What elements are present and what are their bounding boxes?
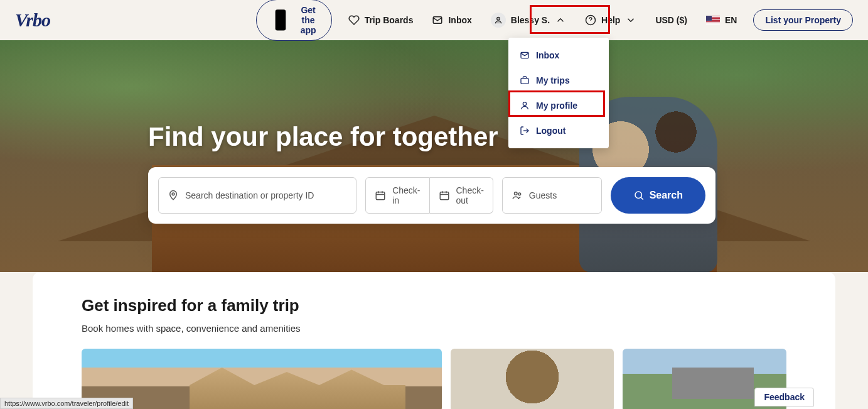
recommendation-card[interactable] xyxy=(82,349,442,409)
svg-rect-11 xyxy=(376,192,385,200)
help-menu[interactable]: Help xyxy=(582,9,639,31)
main-content: Get inspired for a family trip Book home… xyxy=(33,272,835,409)
user-icon xyxy=(520,101,530,111)
account-name: Blessy S. xyxy=(511,15,550,25)
checkout-label: Check-out xyxy=(456,185,484,205)
svg-point-20 xyxy=(518,193,521,195)
svg-line-22 xyxy=(641,197,643,199)
currency-label: USD ($) xyxy=(655,15,687,25)
search-button[interactable]: Search xyxy=(611,177,705,214)
svg-point-21 xyxy=(635,192,642,199)
heart-icon xyxy=(348,14,360,26)
status-bar-url: https://www.vrbo.com/traveler/profile/ed… xyxy=(0,398,133,409)
calendar-icon xyxy=(439,190,450,201)
checkin-label: Check-in xyxy=(392,185,420,205)
search-icon xyxy=(633,190,645,201)
account-dropdown: Inbox My trips My profile Logout xyxy=(508,38,609,148)
dropdown-inbox[interactable]: Inbox xyxy=(508,43,609,68)
search-button-label: Search xyxy=(650,190,683,201)
get-the-app-label: Get the app xyxy=(297,5,320,35)
help-label: Help xyxy=(601,15,620,25)
svg-point-3 xyxy=(496,17,500,20)
header: Vrbo Get the app Trip Boards Inbox Bless… xyxy=(0,0,868,40)
destination-input[interactable]: Search destination or property ID xyxy=(158,177,356,214)
account-menu-button[interactable]: Blessy S. xyxy=(488,8,569,33)
destination-placeholder: Search destination or property ID xyxy=(185,190,314,200)
checkout-input[interactable]: Check-out xyxy=(430,177,493,214)
guests-input[interactable]: Guests xyxy=(502,177,602,214)
dropdown-logout-label: Logout xyxy=(536,126,565,136)
phone-icon xyxy=(268,8,293,33)
person-icon xyxy=(494,16,503,25)
section-subtitle: Book homes with space, convenience and a… xyxy=(82,323,786,334)
list-property-button[interactable]: List your Property xyxy=(753,9,853,31)
checkin-input[interactable]: Check-in xyxy=(365,177,429,214)
svg-point-8 xyxy=(523,102,526,106)
calendar-icon xyxy=(375,190,386,201)
svg-point-10 xyxy=(172,193,174,195)
svg-point-19 xyxy=(514,192,517,195)
dropdown-my-trips-label: My trips xyxy=(536,75,570,85)
dropdown-logout[interactable]: Logout xyxy=(508,118,609,143)
chevron-up-icon xyxy=(555,14,566,26)
question-icon xyxy=(585,14,596,26)
trip-boards-label: Trip Boards xyxy=(365,15,414,25)
trip-boards-link[interactable]: Trip Boards xyxy=(346,9,416,31)
briefcase-icon xyxy=(520,75,530,85)
section-title: Get inspired for a family trip xyxy=(82,296,786,315)
svg-rect-15 xyxy=(440,192,449,200)
mail-icon xyxy=(432,14,443,26)
header-nav: Get the app Trip Boards Inbox Blessy S. … xyxy=(256,0,853,41)
inbox-label: Inbox xyxy=(448,15,471,25)
search-card: Search destination or property ID Check-… xyxy=(148,167,715,224)
recommendation-row xyxy=(82,349,786,409)
svg-rect-7 xyxy=(521,79,528,84)
guests-icon xyxy=(512,190,523,201)
logo[interactable]: Vrbo xyxy=(15,9,50,31)
dropdown-inbox-label: Inbox xyxy=(536,50,559,60)
dropdown-my-trips[interactable]: My trips xyxy=(508,68,609,93)
guests-label: Guests xyxy=(529,190,557,200)
avatar xyxy=(491,13,506,28)
get-the-app-button[interactable]: Get the app xyxy=(256,0,332,41)
pin-icon xyxy=(168,190,179,201)
mail-icon xyxy=(520,50,530,60)
language-selector[interactable]: EN xyxy=(704,10,739,30)
dropdown-my-profile[interactable]: My profile xyxy=(508,93,609,118)
dropdown-my-profile-label: My profile xyxy=(536,101,577,111)
recommendation-card[interactable] xyxy=(451,349,614,409)
flag-us-icon xyxy=(706,16,720,25)
language-label: EN xyxy=(725,15,737,25)
inbox-link[interactable]: Inbox xyxy=(429,9,474,31)
currency-selector[interactable]: USD ($) xyxy=(653,10,690,30)
list-property-label: List your Property xyxy=(765,15,841,25)
svg-rect-0 xyxy=(275,9,286,30)
feedback-button[interactable]: Feedback xyxy=(754,388,814,406)
logout-icon xyxy=(520,126,530,136)
chevron-down-icon xyxy=(625,14,636,26)
hero: Find your place for together Search dest… xyxy=(0,40,868,272)
